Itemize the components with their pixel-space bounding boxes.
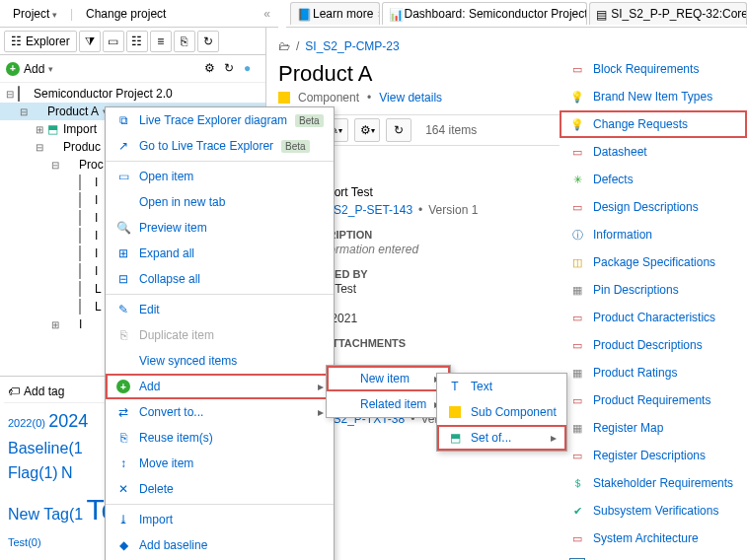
- type-register-map[interactable]: ▦Register Map: [560, 414, 747, 442]
- add-icon: +: [115, 379, 131, 394]
- layout1-button[interactable]: ▭: [103, 31, 124, 52]
- layout3-button[interactable]: ≡: [150, 31, 172, 52]
- beta-badge: Beta: [281, 140, 310, 153]
- type-register-descriptions[interactable]: ▭Register Descriptions: [560, 442, 747, 469]
- expand-icon[interactable]: ⊞: [49, 319, 61, 330]
- item-type-label: Component: [298, 91, 359, 105]
- collapse-icon[interactable]: ⊟: [49, 160, 61, 171]
- close-icon[interactable]: ×: [377, 9, 379, 20]
- comp-icon: [447, 404, 463, 420]
- menu-item-view-synced-items[interactable]: View synced items: [106, 348, 334, 374]
- type-defects[interactable]: ✳Defects: [560, 166, 747, 193]
- type-pin-descriptions[interactable]: ▦Pin Descriptions: [560, 276, 747, 304]
- type-design-descriptions[interactable]: ▭Design Descriptions: [560, 193, 747, 221]
- pkg-icon: ◫: [569, 254, 585, 270]
- menu-item-set-of-[interactable]: ⬒Set of...▸: [437, 425, 566, 451]
- type-datasheet[interactable]: ▭Datasheet: [560, 138, 747, 166]
- change-project-button[interactable]: Change project: [77, 2, 175, 26]
- grid-icon: ▦: [569, 420, 585, 436]
- type-package-specifications[interactable]: ◫Package Specifications: [560, 248, 747, 276]
- type-system-architecture[interactable]: ▭System Architecture: [560, 525, 747, 552]
- doc-icon: ▭: [569, 337, 585, 353]
- check-icon: ✔: [569, 503, 585, 519]
- tag[interactable]: 2024: [48, 411, 88, 431]
- menu-item-add-baseline[interactable]: ◆Add baseline: [106, 532, 334, 558]
- tab-dashboard[interactable]: 📊 Dashboard: Semiconductor Project... ×: [382, 2, 588, 25]
- collapse-sidebar-icon[interactable]: «: [260, 3, 274, 25]
- doc-icon: ▭: [569, 392, 585, 408]
- tb-btn-refresh[interactable]: ↻: [386, 118, 411, 142]
- breadcrumb-link[interactable]: SI_S2_P-CMP-23: [305, 39, 399, 53]
- type-change-requests[interactable]: 💡Change Requests: [560, 110, 747, 138]
- doc-icon: [79, 264, 93, 278]
- type-texts[interactable]: TTexts: [560, 552, 747, 560]
- chevron-right-icon: ▸: [318, 380, 324, 393]
- menu-item-go-to-live-trace-explorer[interactable]: ↗Go to Live Trace ExplorerBeta: [106, 133, 334, 159]
- tag[interactable]: Baseline(1: [8, 440, 83, 456]
- diagram-icon: ⧉: [115, 112, 131, 128]
- breadcrumb: 🗁 / SI_S2_P-CMP-23: [278, 35, 735, 57]
- blank-icon: [115, 194, 131, 210]
- tag[interactable]: N: [61, 464, 73, 481]
- menu-item-sub-component[interactable]: Sub Component: [437, 399, 566, 425]
- tag[interactable]: Test(0): [8, 536, 41, 548]
- refresh-button[interactable]: ↻: [197, 31, 219, 52]
- menu-item-reuse-item-s-[interactable]: ⎘Reuse item(s): [106, 425, 334, 451]
- menu-item-text[interactable]: TText: [437, 374, 566, 399]
- tag[interactable]: New Tag(1: [8, 506, 83, 523]
- type-product-descriptions[interactable]: ▭Product Descriptions: [560, 331, 747, 359]
- view-details-link[interactable]: View details: [379, 91, 442, 105]
- doc-icon: [79, 211, 93, 225]
- database-icon: [18, 87, 32, 101]
- menu-item-open-in-new-tab[interactable]: Open in new tab: [106, 189, 334, 215]
- layout2-button[interactable]: ☷: [126, 31, 148, 52]
- expand-icon[interactable]: ⊞: [34, 124, 45, 135]
- folder-icon: 🗁: [278, 39, 290, 53]
- type-product-requirements[interactable]: ▭Product Requirements: [560, 386, 747, 414]
- type-product-ratings[interactable]: ▦Product Ratings: [560, 359, 747, 386]
- type-brand-new-item-types[interactable]: 💡Brand New Item Types: [560, 83, 747, 110]
- tree-root[interactable]: ⊟ Semiconductor Project 2.0: [0, 85, 265, 103]
- tag[interactable]: Flag(1): [8, 464, 58, 481]
- menu-item-import[interactable]: ⤓Import: [106, 507, 334, 532]
- menu-item-preview-item[interactable]: 🔍Preview item: [106, 215, 334, 241]
- menu-item-expand-all[interactable]: ⊞Expand all: [106, 241, 334, 266]
- menu-item-collapse-all[interactable]: ⊟Collapse all: [106, 266, 334, 292]
- menu-item-new-item[interactable]: New item▸: [327, 366, 450, 391]
- filter-button[interactable]: ⧩: [79, 31, 101, 52]
- goto-icon: ↗: [115, 138, 131, 154]
- type-block-requirements[interactable]: ▭Block Requirements: [560, 55, 747, 83]
- copy-button[interactable]: ⎘: [174, 31, 195, 52]
- gear-icon[interactable]: ⚙: [204, 61, 220, 77]
- menu-item-delete[interactable]: ✕Delete: [106, 476, 334, 502]
- menu-item-open-item[interactable]: ▭Open item: [106, 164, 334, 189]
- menu-item-move-item[interactable]: ↕Move item: [106, 451, 334, 476]
- menu-item-related-item[interactable]: Related item▸: [327, 391, 450, 417]
- globe-icon[interactable]: ●: [244, 61, 260, 77]
- tag[interactable]: 2022(0): [8, 417, 45, 429]
- collapse-icon[interactable]: ⊟: [34, 142, 45, 153]
- open-icon: ▭: [115, 169, 131, 184]
- menu-item-add[interactable]: +Add▸: [106, 374, 334, 399]
- bulb-icon: 💡: [569, 116, 585, 132]
- menu-item-edit[interactable]: ✎Edit: [106, 297, 334, 322]
- collapse-icon[interactable]: ⊟: [18, 106, 30, 117]
- explorer-tab[interactable]: ☷ Explorer: [4, 31, 77, 52]
- funnel-icon: ⧩: [85, 35, 95, 48]
- menu-item-convert-to-[interactable]: ⇄Convert to...▸: [106, 399, 334, 425]
- sync-icon[interactable]: ↻: [224, 61, 240, 77]
- add-menu[interactable]: + Add ▾: [6, 62, 53, 76]
- tb-btn-gear[interactable]: ⚙▾: [354, 118, 380, 142]
- type-subsystem-verifications[interactable]: ✔Subsystem Verifications: [560, 497, 747, 525]
- item-version: Version 1: [428, 203, 478, 217]
- type-information[interactable]: ⓘInformation: [560, 221, 747, 248]
- project-menu[interactable]: Project: [4, 2, 66, 26]
- type-stakeholder-requirements[interactable]: ＄Stakeholder Requirements: [560, 469, 747, 497]
- menu-item-live-trace-explorer-diagram[interactable]: ⧉Live Trace Explorer diagramBeta: [106, 107, 334, 133]
- component-icon: [63, 158, 77, 172]
- tab-learn-more[interactable]: 📘 Learn more ×: [290, 2, 380, 25]
- doc-icon: ▭: [569, 448, 585, 463]
- tab-req[interactable]: ▤ SI_S2_P-P_REQ-32:Core S: [589, 2, 747, 25]
- collapse-icon[interactable]: ⊟: [4, 89, 16, 100]
- type-product-characteristics[interactable]: ▭Product Characteristics: [560, 304, 747, 331]
